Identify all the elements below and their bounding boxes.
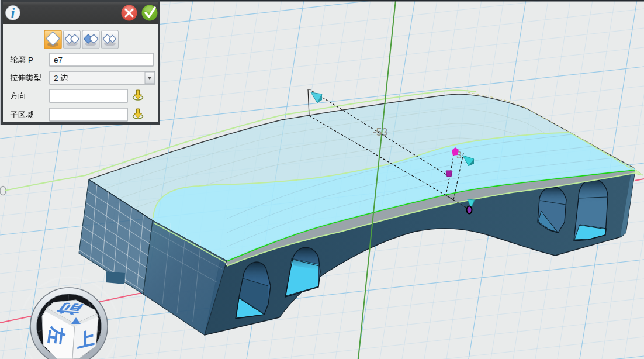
svg-text:-53: -53: [373, 126, 387, 138]
svg-text:e7: e7: [54, 56, 63, 64]
svg-text:2: 2: [54, 74, 58, 82]
svg-text:i: i: [11, 5, 15, 21]
svg-text:P: P: [28, 56, 33, 64]
